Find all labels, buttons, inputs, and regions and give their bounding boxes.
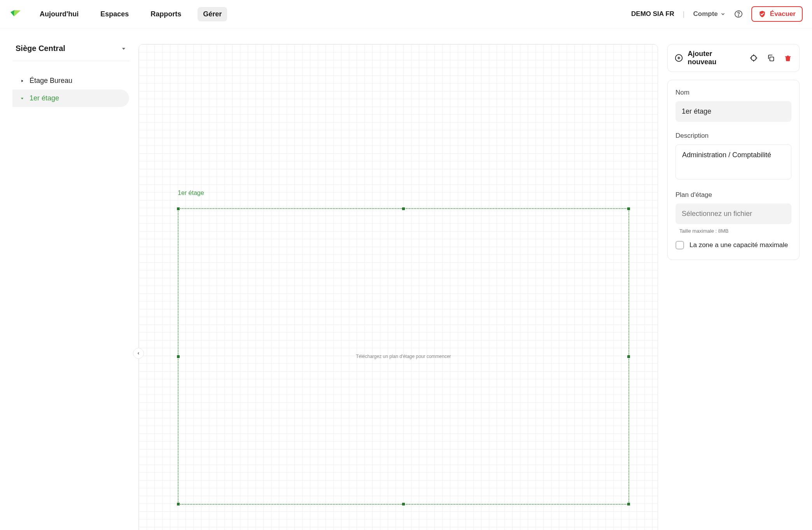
file-select-button[interactable]: Sélectionnez un fichier	[676, 204, 791, 224]
capacity-checkbox[interactable]	[676, 241, 684, 249]
add-new-label: Ajouter nouveau	[688, 50, 741, 66]
nav-reports[interactable]: Rapports	[145, 7, 187, 21]
resize-handle-bm[interactable]	[402, 503, 405, 505]
zone-label: 1er étage	[178, 190, 204, 197]
description-textarea[interactable]	[676, 144, 791, 179]
nav-today[interactable]: Aujourd'hui	[34, 7, 84, 21]
resize-handle-mr[interactable]	[627, 355, 630, 358]
floorplan-field-label: Plan d'étage	[676, 191, 791, 199]
floor-item-etage-bureau[interactable]: Étage Bureau	[12, 72, 129, 90]
building-name: Siège Central	[16, 44, 65, 53]
copy-icon	[767, 54, 775, 62]
building-select[interactable]: Siège Central	[12, 44, 129, 61]
resize-handle-ml[interactable]	[177, 355, 180, 358]
plus-circle-icon	[675, 54, 683, 62]
svg-rect-22	[785, 56, 791, 57]
svg-marker-4	[21, 98, 24, 99]
resize-handle-tm[interactable]	[402, 207, 405, 210]
nav-manage[interactable]: Gérer	[198, 7, 227, 21]
svg-marker-3	[21, 79, 23, 82]
nav-spaces[interactable]: Espaces	[95, 7, 134, 21]
floor-item-1er-etage[interactable]: 1er étage	[12, 90, 129, 107]
name-field-label: Nom	[676, 89, 791, 97]
svg-point-1	[738, 16, 738, 16]
svg-marker-2	[122, 48, 125, 50]
duplicate-button[interactable]	[766, 54, 775, 62]
zone-rectangle[interactable]: Téléchargez un plan d'étage pour commenc…	[178, 208, 629, 505]
help-icon[interactable]	[734, 10, 743, 18]
resize-handle-bl[interactable]	[177, 503, 180, 505]
delete-button[interactable]	[784, 54, 792, 62]
file-size-hint: Taille maximale : 8MB	[679, 228, 791, 234]
svg-rect-21	[770, 57, 774, 61]
trash-icon	[784, 54, 791, 62]
crosshair-icon	[749, 54, 758, 62]
collapse-sidebar-button[interactable]	[133, 348, 144, 359]
caret-right-icon	[20, 79, 25, 83]
chevron-left-icon	[136, 351, 140, 355]
chevron-down-icon	[720, 11, 726, 17]
resize-handle-tr[interactable]	[627, 207, 630, 210]
resize-handle-tl[interactable]	[177, 207, 180, 210]
caret-down-icon	[20, 97, 25, 100]
name-input[interactable]	[676, 101, 791, 122]
account-label: Compte	[693, 10, 718, 18]
account-dropdown[interactable]: Compte	[693, 10, 726, 18]
org-name: DEMO SIA FR	[631, 10, 674, 18]
svg-point-16	[751, 56, 756, 61]
evacuate-label: Évacuer	[770, 10, 796, 18]
floor-label: 1er étage	[30, 94, 59, 102]
center-button[interactable]	[749, 54, 758, 62]
floor-canvas[interactable]: 1er étage Téléchargez un plan d'étage po…	[138, 44, 658, 530]
evacuate-button[interactable]: Évacuer	[751, 6, 803, 22]
add-new-button[interactable]: Ajouter nouveau	[675, 50, 741, 66]
floor-label: Étage Bureau	[30, 77, 72, 85]
description-field-label: Description	[676, 132, 791, 140]
brand-logo[interactable]	[9, 8, 22, 20]
separator: |	[683, 10, 685, 18]
upload-hint: Téléchargez un plan d'étage pour commenc…	[356, 354, 451, 359]
resize-handle-br[interactable]	[627, 503, 630, 505]
caret-down-icon	[121, 46, 126, 51]
capacity-label: La zone a une capacité maximale	[690, 241, 788, 249]
shield-check-icon	[758, 10, 766, 18]
